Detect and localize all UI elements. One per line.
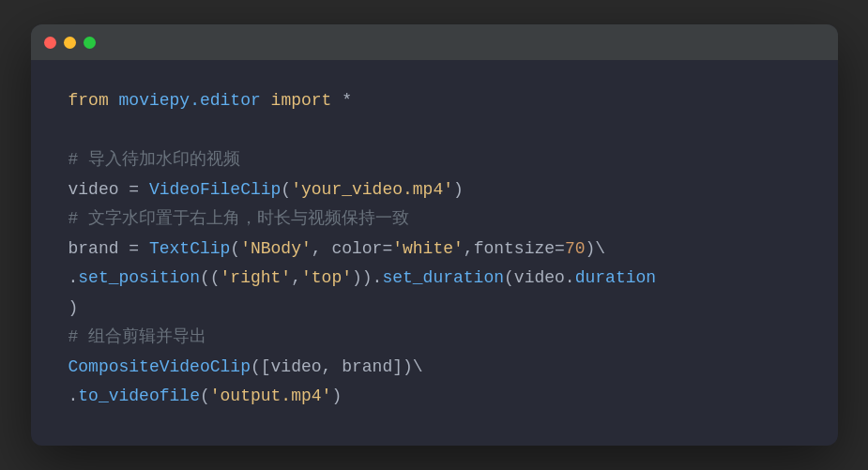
string-video-path: 'your_video.mp4' <box>291 180 453 199</box>
method-set-position: set_position <box>78 268 200 287</box>
keyword-import: import <box>271 91 332 110</box>
code-line-3: # 导入待加水印的视频 <box>69 145 800 175</box>
code-window: from moviepy.editor import * # 导入待加水印的视频… <box>31 24 838 446</box>
param-fontsize: fontsize <box>474 239 555 258</box>
method-set-duration: set_duration <box>382 268 504 287</box>
func-textclip: TextClip <box>149 239 230 258</box>
string-white: 'white' <box>392 239 464 258</box>
func-videofileclip: VideoFileClip <box>149 180 281 199</box>
var-brand: brand <box>69 239 119 258</box>
string-right: 'right' <box>221 268 292 287</box>
code-line-9: # 组合剪辑并导出 <box>69 323 800 353</box>
string-nbody: 'NBody' <box>240 239 312 258</box>
keyword-from: from <box>69 91 109 110</box>
method-to-videofile: to_videofile <box>78 387 200 405</box>
number-70: 70 <box>565 239 586 258</box>
code-line-10: CompositeVideoClip([video, brand])\ <box>69 353 800 383</box>
close-button[interactable] <box>44 37 56 49</box>
attr-duration: duration <box>575 268 656 287</box>
var-video: video <box>69 180 119 199</box>
func-compositevideoclip: CompositeVideoClip <box>69 357 251 376</box>
code-line-11: .to_videofile('output.mp4') <box>69 382 800 412</box>
comment-2: # 文字水印置于右上角，时长与视频保持一致 <box>69 209 410 228</box>
code-line-4: video = VideoFileClip('your_video.mp4') <box>69 175 800 205</box>
code-line-8: ) <box>69 294 800 324</box>
comment-1: # 导入待加水印的视频 <box>69 150 241 169</box>
string-top: 'top' <box>301 268 352 287</box>
param-color: color <box>331 239 382 258</box>
code-line-empty <box>69 116 800 146</box>
code-line-7: .set_position(('right','top')).set_durat… <box>69 264 800 294</box>
code-line-6: brand = TextClip('NBody', color='white',… <box>69 235 800 265</box>
code-line-5: # 文字水印置于右上角，时长与视频保持一致 <box>69 205 800 235</box>
titlebar <box>31 24 838 60</box>
string-output-path: 'output.mp4' <box>210 387 332 405</box>
comment-3: # 组合剪辑并导出 <box>69 327 207 346</box>
minimize-button[interactable] <box>64 37 76 49</box>
code-editor: from moviepy.editor import * # 导入待加水印的视频… <box>31 60 838 446</box>
maximize-button[interactable] <box>84 37 96 49</box>
module-name: moviepy.editor <box>119 91 261 110</box>
code-line-1: from moviepy.editor import * <box>69 86 800 116</box>
